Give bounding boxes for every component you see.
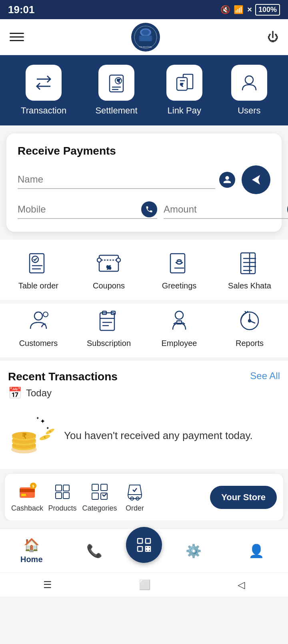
- products-label: Products: [48, 504, 77, 513]
- android-nav-bar: ☰ ⬜ ◁: [0, 572, 288, 596]
- svg-point-2: [142, 30, 150, 35]
- top-actions-bar: Transaction ₹ Settlement ₹ Link Pay: [0, 55, 288, 125]
- nav-item-settings[interactable]: ⚙️: [162, 543, 225, 559]
- date-row: 📅 Today: [8, 386, 280, 400]
- svg-point-49: [248, 320, 251, 322]
- grid-item-reports[interactable]: Reports: [218, 307, 282, 348]
- power-button[interactable]: ⏻: [267, 30, 278, 44]
- phone-icon: [141, 201, 157, 217]
- svg-rect-83: [146, 539, 150, 543]
- subscription-label: Subscription: [87, 339, 131, 348]
- see-all-link[interactable]: See All: [250, 370, 280, 382]
- svg-rect-86: [148, 547, 150, 549]
- transaction-label: Transaction: [21, 105, 66, 116]
- amount-input-container: ₹: [164, 201, 288, 219]
- settlement-icon-bg: ₹: [98, 65, 134, 101]
- name-input[interactable]: [18, 171, 215, 189]
- battery-indicator: 100%: [255, 4, 280, 16]
- android-menu-icon[interactable]: ☰: [43, 579, 52, 590]
- coins-illustration: ₹ ✦ ✦ ✦ ₹ ₹: [8, 415, 56, 455]
- table-order-icon: [24, 249, 52, 277]
- amount-input[interactable]: [164, 201, 283, 218]
- store-item-products[interactable]: Products: [46, 482, 78, 513]
- svg-rect-78: [92, 493, 98, 499]
- grid-item-greetings[interactable]: Greetings: [147, 249, 211, 290]
- linkpay-label: Link Pay: [168, 105, 201, 116]
- products-icon: [52, 482, 72, 502]
- date-label: Today: [26, 388, 52, 399]
- categories-label: Categories: [82, 504, 117, 513]
- empty-state: ₹ ✦ ✦ ✦ ₹ ₹ You haven't received any pay…: [8, 407, 280, 459]
- nav-item-home[interactable]: 🏠 Home: [0, 537, 63, 564]
- store-item-cashback[interactable]: $ Cashback: [11, 482, 43, 513]
- mobile-input-container: [18, 201, 157, 219]
- customers-icon: [24, 307, 52, 335]
- svg-text:₹: ₹: [22, 432, 27, 440]
- svg-text:%: %: [107, 265, 111, 270]
- cashback-icon: $: [17, 482, 37, 502]
- transaction-icon-bg: [26, 65, 62, 101]
- nav-qr-button[interactable]: [126, 527, 162, 563]
- svg-rect-75: [63, 493, 69, 499]
- action-users[interactable]: Users: [231, 65, 267, 116]
- home-label: Home: [20, 555, 43, 564]
- svg-rect-77: [101, 484, 107, 491]
- svg-rect-73: [63, 485, 69, 491]
- grid-item-coupons[interactable]: % Coupons: [77, 249, 141, 290]
- svg-point-35: [43, 312, 48, 317]
- mobile-input[interactable]: [18, 201, 137, 218]
- grid-item-sales-khata[interactable]: Sales Khata: [218, 249, 282, 290]
- recent-transactions-section: Recent Transactions See All 📅 Today ₹: [0, 361, 288, 469]
- employee-icon: [165, 307, 193, 335]
- action-transaction[interactable]: Transaction: [21, 65, 66, 116]
- store-item-categories[interactable]: Categories: [82, 482, 118, 513]
- order-icon: [125, 482, 145, 502]
- svg-text:₹: ₹: [180, 83, 183, 87]
- grid-section-1: Table order % Coupons: [0, 240, 288, 300]
- your-store-button[interactable]: Your Store: [210, 486, 277, 509]
- recent-transactions-title: Recent Transactions: [8, 370, 118, 383]
- android-home-icon[interactable]: ⬜: [139, 579, 151, 590]
- android-back-icon[interactable]: ◁: [238, 579, 245, 590]
- svg-point-42: [175, 311, 183, 319]
- svg-rect-43: [177, 321, 182, 324]
- customers-label: Customers: [19, 339, 58, 348]
- svg-point-14: [245, 76, 253, 84]
- receive-payments-title: Receive Payments: [18, 145, 270, 157]
- store-item-order[interactable]: Order: [121, 482, 149, 513]
- close-icon: ✕: [247, 6, 252, 14]
- grid-item-customers[interactable]: Customers: [6, 307, 70, 348]
- svg-rect-67: [20, 487, 35, 498]
- sales-khata-label: Sales Khata: [228, 281, 271, 290]
- employee-label: Employee: [162, 339, 197, 348]
- send-button[interactable]: [242, 165, 270, 194]
- user-icon: 👤: [248, 543, 264, 559]
- home-icon: 🏠: [24, 537, 40, 553]
- nav-item-phone[interactable]: 📞: [63, 543, 126, 559]
- action-linkpay[interactable]: ₹ Link Pay: [166, 65, 202, 116]
- users-icon-bg: [231, 65, 267, 101]
- grid-item-subscription[interactable]: Subscription: [77, 307, 141, 348]
- nav-item-user[interactable]: 👤: [225, 543, 288, 559]
- svg-text:✦: ✦: [46, 426, 49, 430]
- section-header: Recent Transactions See All: [8, 370, 280, 383]
- action-settlement[interactable]: ₹ Settlement: [95, 65, 137, 116]
- grid-item-table-order[interactable]: Table order: [6, 249, 70, 290]
- app-header: THE INDUSTRIAL ⏻: [0, 19, 288, 55]
- reports-label: Reports: [236, 339, 264, 348]
- hamburger-menu[interactable]: [10, 33, 24, 41]
- settlement-label: Settlement: [95, 105, 137, 116]
- cashback-label: Cashback: [11, 504, 43, 513]
- svg-rect-3: [139, 36, 152, 41]
- categories-icon: [90, 482, 110, 502]
- mute-icon: 🔇: [220, 5, 230, 14]
- svg-text:✦: ✦: [36, 416, 39, 420]
- coupons-icon: %: [95, 249, 123, 277]
- subscription-icon: [95, 307, 123, 335]
- store-items: $ Cashback Products: [11, 482, 210, 513]
- grid-item-employee[interactable]: Employee: [147, 307, 211, 348]
- svg-rect-76: [92, 484, 98, 491]
- empty-payment-text: You haven't received any payment today.: [64, 428, 253, 443]
- time-display: 19:01: [8, 4, 35, 16]
- svg-rect-84: [138, 547, 142, 551]
